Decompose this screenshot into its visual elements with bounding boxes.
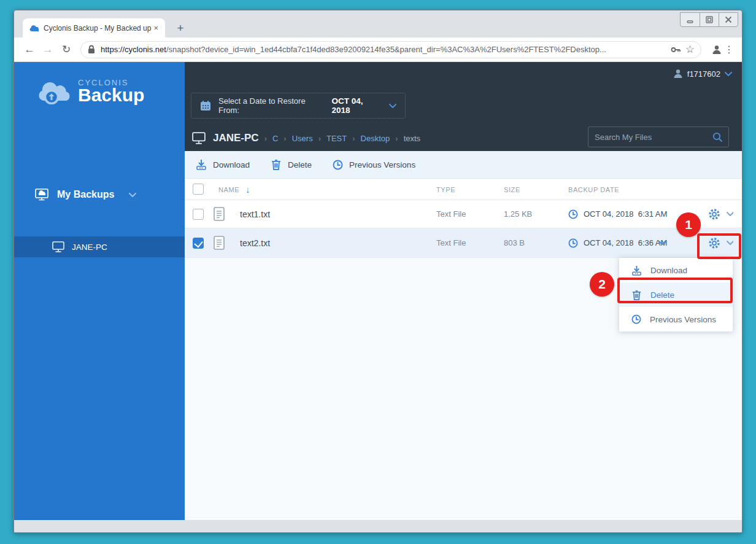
tab-strip: Cyclonis Backup - My Backed up × + xyxy=(14,10,742,37)
table-header: NAME ↓ TYPE SIZE BACKUP DATE xyxy=(185,179,742,200)
address-bar: ← → ↻ https://cyclonis.net/snapshot?devi… xyxy=(14,37,742,62)
column-header-size[interactable]: SIZE xyxy=(504,179,520,200)
file-type: Text File xyxy=(436,228,466,257)
account-name: f1717602 xyxy=(687,69,720,79)
date-selector-label: Select a Date to Restore From: xyxy=(218,96,324,115)
text-file-icon xyxy=(213,236,225,250)
previous-versions-button[interactable]: Previous Versions xyxy=(333,160,415,170)
url-text: https://cyclonis.net/snapshot?device_id=… xyxy=(101,45,666,54)
breadcrumb-current: texts xyxy=(404,134,420,143)
breadcrumb-separator: › xyxy=(395,134,398,143)
annotation-step-1-highlight-box xyxy=(697,233,741,259)
tab-close-icon[interactable]: × xyxy=(152,23,160,33)
search-box xyxy=(588,126,729,147)
back-icon[interactable]: ← xyxy=(20,44,39,56)
date-selector[interactable]: Select a Date to Restore From: OCT 04, 2… xyxy=(191,93,406,119)
url-field[interactable]: https://cyclonis.net/snapshot?device_id=… xyxy=(80,41,701,58)
forward-icon[interactable]: → xyxy=(39,44,57,56)
sort-descending-icon[interactable]: ↓ xyxy=(245,185,250,195)
menu-item-label: Download xyxy=(650,266,687,275)
dark-header: f1717602 Select a Date to Restore From: … xyxy=(185,62,742,151)
annotation-step-2-highlight-box xyxy=(617,278,733,303)
sidebar-item-jane-pc[interactable]: JANE-PC xyxy=(14,236,185,257)
lock-icon xyxy=(87,45,96,54)
cyclonis-logo: CYCLONIS Backup xyxy=(14,62,185,104)
date-versions-chevron-icon[interactable] xyxy=(658,240,666,246)
file-name: text1.txt xyxy=(240,200,270,228)
annotation-step-1-badge: 1 xyxy=(676,212,701,237)
brand-product: Backup xyxy=(78,86,144,104)
download-button[interactable]: Download xyxy=(196,159,250,170)
search-icon[interactable] xyxy=(712,132,722,142)
account-menu[interactable]: f1717602 xyxy=(673,69,732,79)
chevron-down-icon xyxy=(389,103,396,109)
column-header-backup-date[interactable]: BACKUP DATE xyxy=(568,179,619,200)
select-all-cell xyxy=(193,179,204,200)
backup-date: OCT 04, 2018 6:31 AM xyxy=(584,200,667,228)
account-person-icon xyxy=(673,69,683,79)
breadcrumb-separator: › xyxy=(352,134,355,143)
device-name-label: JANE-PC xyxy=(72,243,107,252)
reload-icon[interactable]: ↻ xyxy=(57,43,75,56)
menu-item-label: Previous Versions xyxy=(650,315,716,324)
clock-icon xyxy=(568,209,578,219)
breadcrumb-separator: › xyxy=(284,134,286,143)
download-label: Download xyxy=(213,160,250,169)
monitor-cloud-icon xyxy=(35,188,48,201)
select-all-checkbox[interactable] xyxy=(193,184,204,195)
text-file-icon xyxy=(213,207,225,221)
annotation-step-2-badge: 2 xyxy=(590,272,614,297)
download-icon xyxy=(631,265,642,276)
column-header-name[interactable]: NAME ↓ xyxy=(218,179,250,200)
calendar-icon xyxy=(200,100,211,111)
profile-icon[interactable] xyxy=(711,44,722,55)
breadcrumb-link-test[interactable]: TEST xyxy=(326,134,347,143)
file-name: text2.txt xyxy=(240,228,270,257)
delete-button[interactable]: Delete xyxy=(271,159,312,170)
breadcrumb-separator: › xyxy=(318,134,321,143)
browser-window: Cyclonis Backup - My Backed up × + ← → ↻… xyxy=(14,10,742,533)
breadcrumb-device[interactable]: JANE-PC xyxy=(213,132,259,144)
clock-icon xyxy=(333,160,343,170)
file-type: Text File xyxy=(436,200,466,228)
browser-menu-icon[interactable]: ⋮ xyxy=(722,44,736,55)
row-checkbox[interactable] xyxy=(193,209,204,220)
cyclonis-cloud-logo-icon xyxy=(34,79,72,104)
download-icon xyxy=(196,159,207,170)
column-header-type[interactable]: TYPE xyxy=(436,179,455,200)
search-input[interactable] xyxy=(595,133,712,142)
breadcrumb-separator: › xyxy=(264,134,267,143)
breadcrumb: JANE-PC › C › Users › TEST › Desktop › t… xyxy=(192,126,420,150)
file-size: 1.25 KB xyxy=(504,200,532,228)
browser-tab[interactable]: Cyclonis Backup - My Backed up × xyxy=(23,18,165,37)
favicon-cloud-icon xyxy=(29,25,39,32)
delete-label: Delete xyxy=(288,160,312,169)
bookmark-star-icon[interactable]: ☆ xyxy=(685,43,695,56)
chevron-down-icon xyxy=(129,192,136,198)
table-row[interactable]: text1.txt Text File 1.25 KB OCT 04, 2018… xyxy=(185,200,742,228)
row-checkbox[interactable] xyxy=(193,238,204,249)
menu-item-previous-versions[interactable]: Previous Versions xyxy=(619,307,733,332)
clock-icon xyxy=(568,238,578,248)
date-selector-value: OCT 04, 2018 xyxy=(331,96,382,115)
gear-icon[interactable] xyxy=(708,208,720,220)
my-backups-label: My Backups xyxy=(57,189,114,200)
password-key-icon[interactable] xyxy=(671,45,681,55)
backup-date: OCT 04, 2018 6:36 AM xyxy=(584,228,667,257)
action-toolbar: Download Delete Previous Versions xyxy=(185,151,742,179)
sidebar: CYCLONIS Backup My Backups JANE-PC xyxy=(14,62,185,520)
table-row[interactable]: text2.txt Text File 803 B OCT 04, 2018 6… xyxy=(185,228,742,258)
trash-icon xyxy=(271,159,282,170)
new-tab-button[interactable]: + xyxy=(172,20,188,36)
monitor-icon xyxy=(52,241,64,252)
chevron-down-icon xyxy=(725,71,732,77)
tab-title: Cyclonis Backup - My Backed up xyxy=(44,24,152,33)
sidebar-item-my-backups[interactable]: My Backups xyxy=(14,184,185,206)
monitor-icon xyxy=(192,132,206,144)
chevron-down-icon[interactable] xyxy=(727,211,733,217)
previous-versions-label: Previous Versions xyxy=(349,160,415,169)
breadcrumb-link-users[interactable]: Users xyxy=(292,134,313,143)
breadcrumb-link-desktop[interactable]: Desktop xyxy=(361,134,390,143)
file-size: 803 B xyxy=(504,228,525,257)
breadcrumb-link-c[interactable]: C xyxy=(272,134,278,143)
